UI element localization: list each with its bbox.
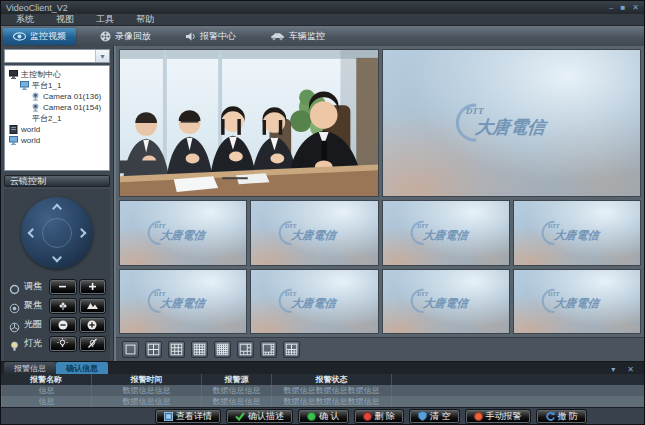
- ptz-row-label: 光圈: [24, 318, 46, 331]
- light-off-button[interactable]: [80, 337, 106, 351]
- tree-item[interactable]: 平台1_1: [5, 80, 109, 91]
- tree-item[interactable]: 主控制中心: [5, 69, 109, 80]
- alarm-column-header: 报警源: [201, 374, 271, 385]
- tree-item-label: Camera 01(136): [43, 92, 101, 101]
- layout-4-button[interactable]: [145, 341, 162, 358]
- alarm-cell: 数据信息信息: [201, 385, 271, 396]
- dtt-logo: DTT大唐電信: [140, 287, 226, 315]
- window-controls: –■✕: [609, 3, 639, 13]
- alarm-table-row[interactable]: 信息数据信息信息数据信息信息数据信息数据信息数据信息: [1, 385, 644, 396]
- device-filter-combobox[interactable]: ▼: [4, 49, 110, 63]
- layout-10-button[interactable]: [283, 341, 300, 358]
- iris-close-button[interactable]: [50, 318, 76, 332]
- tree-item-label: world: [21, 136, 40, 145]
- tree-item[interactable]: world: [5, 135, 109, 146]
- ptz-up-arrow-icon[interactable]: [52, 204, 62, 214]
- layout-9-button[interactable]: [168, 341, 185, 358]
- action-button[interactable]: 手动报警: [466, 410, 530, 423]
- layout-1-button[interactable]: [122, 341, 139, 358]
- window-title: VideoClient_V2: [6, 3, 68, 13]
- check-icon: [235, 412, 245, 421]
- video-tile-placeholder[interactable]: DTT大唐電信: [119, 200, 247, 266]
- layout-16-button[interactable]: [191, 341, 208, 358]
- ptz-panel-header: 云镜控制: [4, 175, 110, 187]
- video-tile-live[interactable]: [119, 49, 379, 197]
- svg-text:大唐電信: 大唐電信: [475, 117, 551, 137]
- menu-item[interactable]: 帮助: [127, 13, 163, 26]
- action-button[interactable]: 撤 防: [537, 410, 587, 423]
- shield-icon: [418, 411, 427, 421]
- close-panel-icon[interactable]: ✕: [627, 366, 634, 374]
- video-tile-placeholder[interactable]: DTT大唐電信: [513, 200, 641, 266]
- close-button[interactable]: ✕: [632, 3, 639, 13]
- svg-text:DTT: DTT: [284, 222, 297, 228]
- toolbar-tab[interactable]: 录像回放: [90, 28, 161, 45]
- content-area: ▼ 主控制中心平台1_1Camera 01(136)Camera 01(154)…: [1, 46, 644, 361]
- toolbar-tab[interactable]: 车辆监控: [260, 28, 335, 45]
- action-button[interactable]: 确认描述: [227, 410, 292, 423]
- ptz-left-arrow-icon[interactable]: [28, 228, 38, 238]
- tree-item[interactable]: 平台2_1: [5, 113, 109, 124]
- zoom-out-button[interactable]: [50, 280, 76, 294]
- maximize-button[interactable]: ■: [620, 3, 625, 13]
- minimize-button[interactable]: –: [609, 3, 613, 13]
- menu-item[interactable]: 系统: [7, 13, 43, 26]
- alarm-panel-icons: ▾✕: [611, 366, 644, 374]
- action-button-label: 删 除: [375, 410, 396, 423]
- tree-item[interactable]: Camera 01(136): [5, 91, 109, 102]
- zoom-ring-icon: [9, 281, 20, 292]
- toolbar-tab[interactable]: 报警中心: [175, 28, 246, 45]
- layout-6-button[interactable]: [237, 341, 254, 358]
- action-button[interactable]: 查看详情: [156, 410, 220, 423]
- ptz-row: 光圈: [4, 315, 110, 334]
- tree-item[interactable]: world: [5, 124, 109, 135]
- speaker-icon: [185, 31, 196, 42]
- chevron-down-icon[interactable]: ▼: [95, 50, 109, 62]
- alarm-table-row[interactable]: 信息数据信息信息数据信息信息数据信息数据信息数据信息: [1, 396, 644, 407]
- svg-text:大唐電信: 大唐電信: [291, 229, 339, 241]
- svg-text:大唐電信: 大唐電信: [422, 229, 470, 241]
- zoom-in-button[interactable]: [80, 280, 106, 294]
- tree-item[interactable]: Camera 01(154): [5, 102, 109, 113]
- dtt-logo: DTT大唐電信: [403, 219, 489, 247]
- tab-label: 监控视频: [30, 30, 66, 43]
- action-button-label: 撤 防: [558, 410, 579, 423]
- video-tile-placeholder[interactable]: DTT大唐電信: [513, 269, 641, 335]
- layout-8-button[interactable]: [260, 341, 277, 358]
- video-tile-placeholder[interactable]: DTT大唐電信: [250, 200, 378, 266]
- focus-far-button[interactable]: [80, 299, 106, 313]
- video-tile-placeholder[interactable]: DTT大唐電信: [382, 200, 510, 266]
- ptz-direction-pad[interactable]: [21, 197, 93, 269]
- action-button-label: 清 空: [430, 410, 451, 423]
- alarm-tab[interactable]: 确认信息: [56, 362, 108, 374]
- video-tile-placeholder[interactable]: DTT大唐電信: [250, 269, 378, 335]
- light-on-button[interactable]: [50, 337, 76, 351]
- ptz-down-arrow-icon[interactable]: [52, 253, 62, 263]
- alarm-cell: 数据信息信息: [91, 385, 201, 396]
- bulb-icon: [9, 338, 20, 349]
- ptz-pad-inner-ring[interactable]: [42, 218, 72, 248]
- video-tile-placeholder[interactable]: DTT大唐電信: [382, 49, 642, 197]
- svg-text:大唐電信: 大唐電信: [291, 298, 339, 310]
- alarm-cell: 数据信息数据信息数据信息: [271, 396, 391, 407]
- menu-item[interactable]: 工具: [87, 13, 123, 26]
- action-button[interactable]: 确 认: [299, 410, 348, 423]
- alarm-panel: 报警信息确认信息▾✕ 报警名称报警时间报警源报警状态 信息数据信息信息数据信息信…: [1, 361, 644, 407]
- alarm-cell: 信息: [1, 385, 91, 396]
- video-tile-placeholder[interactable]: DTT大唐電信: [382, 269, 510, 335]
- svg-text:DTT: DTT: [153, 291, 166, 297]
- focus-near-button[interactable]: [50, 299, 76, 313]
- ptz-right-arrow-icon[interactable]: [77, 228, 87, 238]
- tab-label: 车辆监控: [289, 30, 325, 43]
- menu-item[interactable]: 视图: [47, 13, 83, 26]
- alarm-tab-bar: 报警信息确认信息▾✕: [1, 362, 644, 374]
- layout-25-button[interactable]: [214, 341, 231, 358]
- iris-open-button[interactable]: [80, 318, 106, 332]
- action-button[interactable]: 删 除: [355, 410, 404, 423]
- toolbar-tab[interactable]: 监控视频: [3, 28, 76, 45]
- alarm-tab[interactable]: 报警信息: [4, 362, 56, 374]
- collapse-icon[interactable]: ▾: [611, 366, 615, 374]
- ptz-row: 灯光: [4, 334, 110, 353]
- video-tile-placeholder[interactable]: DTT大唐電信: [119, 269, 247, 335]
- action-button[interactable]: 清 空: [410, 410, 459, 423]
